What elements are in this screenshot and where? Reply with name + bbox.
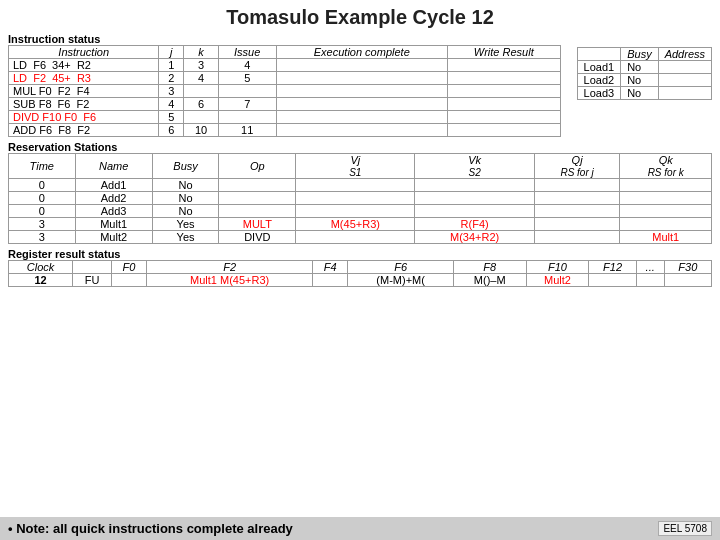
th-rs-op: Op bbox=[219, 154, 296, 179]
th-rs-busy: Busy bbox=[152, 154, 219, 179]
th-address: Address bbox=[658, 48, 711, 61]
th-f8: F8 bbox=[453, 261, 526, 274]
register-result-label: Register result status bbox=[8, 248, 712, 260]
table-row: LD F6 34+ R2 1 3 4 bbox=[9, 59, 561, 72]
empty-cell bbox=[276, 59, 447, 72]
th-qj: QjRS for j bbox=[534, 154, 620, 179]
rs-vk bbox=[415, 205, 534, 218]
empty-cell bbox=[276, 72, 447, 85]
page-title: Tomasulo Example Cycle 12 bbox=[0, 0, 720, 33]
rs-name: Add2 bbox=[75, 192, 152, 205]
th-f10: F10 bbox=[526, 261, 589, 274]
th-exec: Execution complete bbox=[276, 46, 447, 59]
rs-vj bbox=[296, 179, 415, 192]
empty-cell bbox=[448, 85, 561, 98]
rs-name: Mult2 bbox=[75, 231, 152, 244]
load-addr bbox=[658, 61, 711, 74]
f8-cell: M()–M bbox=[453, 274, 526, 287]
th-name bbox=[577, 48, 621, 61]
empty-cell bbox=[276, 111, 447, 124]
th-f2: F2 bbox=[147, 261, 313, 274]
issue-cell: 3 bbox=[159, 85, 184, 98]
rs-op bbox=[219, 179, 296, 192]
table-row: 0 Add2 No bbox=[9, 192, 712, 205]
load-busy-table: Busy Address Load1 No Load2 No bbox=[577, 47, 712, 100]
rs-qk bbox=[620, 218, 712, 231]
th-f4: F4 bbox=[313, 261, 348, 274]
issue-cell: 2 bbox=[159, 72, 184, 85]
th-vk: VkS2 bbox=[415, 154, 534, 179]
table-row: SUB F8 F6 F2 4 6 7 bbox=[9, 98, 561, 111]
instr-cell: SUB F8 F6 F2 bbox=[9, 98, 159, 111]
table-row: 0 Add3 No bbox=[9, 205, 712, 218]
rs-vj bbox=[296, 205, 415, 218]
load-busy: No bbox=[621, 87, 658, 100]
th-issue: Issue bbox=[218, 46, 276, 59]
table-row: DIVD F10 F0 F6 5 bbox=[9, 111, 561, 124]
rs-qk bbox=[620, 179, 712, 192]
instruction-table: Instruction j k Issue Execution complete… bbox=[8, 45, 561, 137]
load-addr bbox=[658, 87, 711, 100]
rs-vj: M(45+R3) bbox=[296, 218, 415, 231]
note-text: • Note: all quick instructions complete … bbox=[8, 521, 293, 536]
rs-vj bbox=[296, 231, 415, 244]
rs-vk: M(34+R2) bbox=[415, 231, 534, 244]
rs-op: DIVD bbox=[219, 231, 296, 244]
f2-cell: Mult1 M(45+R3) bbox=[147, 274, 313, 287]
empty-cell bbox=[276, 85, 447, 98]
empty-cell bbox=[448, 111, 561, 124]
f4-cell bbox=[313, 274, 348, 287]
instr-cell: LD F2 45+ R3 bbox=[9, 72, 159, 85]
exec-cell bbox=[184, 111, 219, 124]
rs-qj bbox=[534, 192, 620, 205]
table-row: Load2 No bbox=[577, 74, 711, 87]
rs-vk: R(F4) bbox=[415, 218, 534, 231]
table-row: Load1 No bbox=[577, 61, 711, 74]
eel-badge: EEL 5708 bbox=[658, 521, 712, 536]
rs-qk bbox=[620, 192, 712, 205]
exec-cell: 4 bbox=[184, 72, 219, 85]
th-f30: F30 bbox=[664, 261, 711, 274]
th-f0: F0 bbox=[111, 261, 146, 274]
rs-busy: Yes bbox=[152, 218, 219, 231]
th-f6: F6 bbox=[348, 261, 454, 274]
rs-qk bbox=[620, 205, 712, 218]
rs-name: Add1 bbox=[75, 179, 152, 192]
f30-cell bbox=[664, 274, 711, 287]
write-cell bbox=[218, 85, 276, 98]
issue-cell: 1 bbox=[159, 59, 184, 72]
main-content: Instruction status Instruction j k Issue… bbox=[0, 33, 720, 513]
note-bar: • Note: all quick instructions complete … bbox=[0, 517, 720, 540]
fu-cell: FU bbox=[73, 274, 112, 287]
load-busy: No bbox=[621, 74, 658, 87]
clock-cell: 12 bbox=[9, 274, 73, 287]
f12-cell bbox=[589, 274, 636, 287]
write-cell: 11 bbox=[218, 124, 276, 137]
table-row: 3 Mult2 Yes DIVD M(34+R2) Mult1 bbox=[9, 231, 712, 244]
rs-op: MULT bbox=[219, 218, 296, 231]
load-name: Load3 bbox=[577, 87, 621, 100]
th-rs-name: Name bbox=[75, 154, 152, 179]
issue-cell: 5 bbox=[159, 111, 184, 124]
th-clock: Clock bbox=[9, 261, 73, 274]
table-row: MUL F0 F2 F4 3 bbox=[9, 85, 561, 98]
rs-op bbox=[219, 192, 296, 205]
exec-cell: 6 bbox=[184, 98, 219, 111]
rs-busy: No bbox=[152, 205, 219, 218]
f0-cell bbox=[111, 274, 146, 287]
th-qk: QkRS for k bbox=[620, 154, 712, 179]
f6-cell: (M-M)+M( bbox=[348, 274, 454, 287]
rs-qj bbox=[534, 205, 620, 218]
instr-cell: MUL F0 F2 F4 bbox=[9, 85, 159, 98]
th-instruction: Instruction bbox=[9, 46, 159, 59]
rs-name: Add3 bbox=[75, 205, 152, 218]
load-busy: No bbox=[621, 61, 658, 74]
rs-qj bbox=[534, 218, 620, 231]
table-row: Load3 No bbox=[577, 87, 711, 100]
th-time: Time bbox=[9, 154, 76, 179]
table-row: ADD F6 F8 F2 6 10 11 bbox=[9, 124, 561, 137]
register-result-section: Register result status Clock F0 F2 F4 F6… bbox=[8, 248, 712, 287]
rs-vj bbox=[296, 192, 415, 205]
instr-cell: DIVD F10 F0 F6 bbox=[9, 111, 159, 124]
th-k: k bbox=[184, 46, 219, 59]
